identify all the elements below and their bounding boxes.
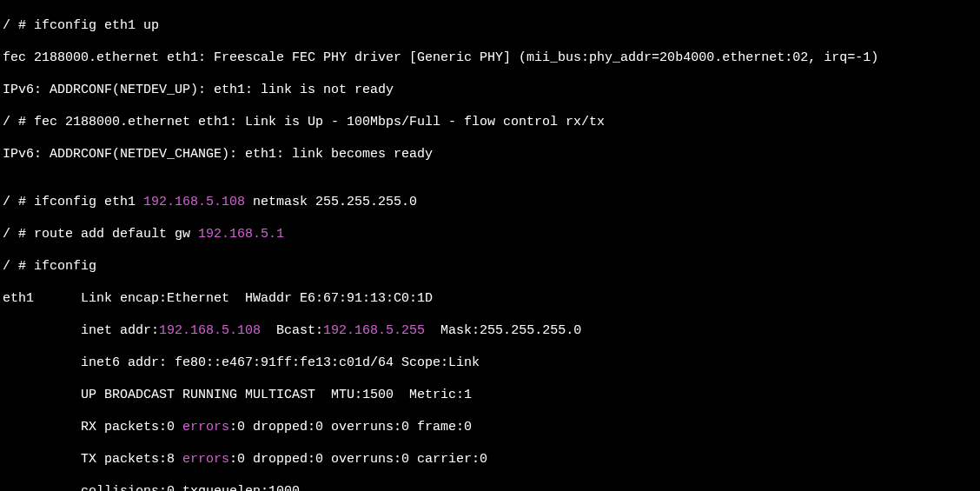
errors-label: errors (182, 420, 229, 435)
text: RX packets:0 (3, 420, 182, 435)
terminal-line: / # route add default gw 192.168.5.1 (3, 227, 977, 243)
ip-address: 192.168.5.108 (159, 323, 261, 338)
text: :0 dropped:0 overruns:0 frame:0 (229, 420, 472, 435)
text: Mask:255.255.255.0 (425, 323, 581, 338)
text: eth1 Link encap:Ethernet HWaddr E6:67:91… (3, 291, 433, 306)
terminal-line: IPv6: ADDRCONF(NETDEV_CHANGE): eth1: lin… (3, 147, 977, 163)
text: netmask 255.255.255.0 (245, 195, 417, 209)
ip-address: 192.168.5.108 (143, 195, 245, 209)
text: inet6 addr: fe80::e467:91ff:fe13:c01d/64… (3, 355, 480, 370)
terminal-line: eth1 Link encap:Ethernet HWaddr E6:67:91… (3, 291, 977, 308)
terminal-line: RX packets:0 errors:0 dropped:0 overruns… (3, 420, 977, 436)
terminal-line: IPv6: ADDRCONF(NETDEV_UP): eth1: link is… (3, 83, 977, 99)
text: UP BROADCAST RUNNING MULTICAST MTU:1500 … (3, 388, 472, 402)
text: collisions:0 txqueuelen:1000 (3, 484, 300, 491)
terminal-output[interactable]: / # ifconfig eth1 up fec 2188000.etherne… (0, 0, 980, 491)
text: inet addr: (3, 323, 159, 338)
terminal-line: inet6 addr: fe80::e467:91ff:fe13:c01d/64… (3, 355, 977, 372)
terminal-line: / # ifconfig eth1 192.168.5.108 netmask … (3, 195, 977, 211)
text: IPv6: ADDRCONF(NETDEV_UP): eth1: link is… (3, 83, 394, 97)
text: fec 2188000.ethernet eth1: Freescale FEC… (3, 50, 878, 65)
text: Bcast: (261, 323, 323, 338)
terminal-line: / # ifconfig eth1 up (3, 18, 977, 35)
text: TX packets:8 (3, 452, 182, 467)
terminal-line: collisions:0 txqueuelen:1000 (3, 484, 977, 491)
ip-address: 192.168.5.1 (198, 227, 284, 242)
terminal-line: / # fec 2188000.ethernet eth1: Link is U… (3, 115, 977, 131)
text: / # ifconfig eth1 up (3, 18, 159, 33)
text: / # route add default gw (3, 227, 198, 242)
ip-address: 192.168.5.255 (323, 323, 425, 338)
errors-label: errors (182, 452, 229, 467)
text: :0 dropped:0 overruns:0 carrier:0 (229, 452, 487, 467)
text: / # ifconfig (3, 259, 96, 274)
terminal-line: TX packets:8 errors:0 dropped:0 overruns… (3, 452, 977, 468)
text: IPv6: ADDRCONF(NETDEV_CHANGE): eth1: lin… (3, 147, 433, 162)
text: / # fec 2188000.ethernet eth1: Link is U… (3, 115, 605, 129)
terminal-line: fec 2188000.ethernet eth1: Freescale FEC… (3, 50, 977, 67)
text: / # ifconfig eth1 (3, 195, 143, 209)
terminal-line: / # ifconfig (3, 259, 977, 275)
terminal-line: UP BROADCAST RUNNING MULTICAST MTU:1500 … (3, 388, 977, 404)
terminal-line: inet addr:192.168.5.108 Bcast:192.168.5.… (3, 323, 977, 340)
